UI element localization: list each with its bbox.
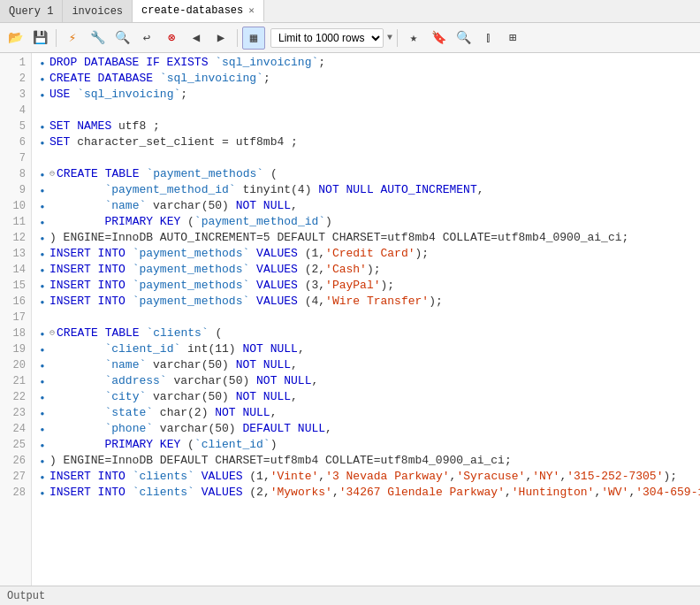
line-number-17: 17 <box>0 310 31 325</box>
line-dot-25: ● <box>35 437 49 454</box>
col-icon: ⫿ <box>485 31 491 45</box>
keyword: SET NAMES <box>49 119 111 133</box>
expand-button[interactable]: ⊞ <box>501 27 524 50</box>
string-literal: 'Cash' <box>325 263 367 276</box>
execute-button[interactable]: ⚡ <box>61 27 84 50</box>
code-line-8: ●⊖ CREATE TABLE `payment_methods` ( <box>35 166 700 182</box>
stop-button[interactable]: 🔍 <box>110 27 133 50</box>
save-button[interactable]: 💾 <box>28 27 51 50</box>
identifier: `name` <box>104 358 146 371</box>
identifier: `payment_methods` <box>146 167 263 180</box>
toggle-result-button[interactable]: ▦ <box>242 27 265 50</box>
bookmark-button[interactable]: ★ <box>402 27 425 50</box>
close-tab-icon[interactable]: ✕ <box>248 4 255 16</box>
keyword: INSERT INTO <box>49 486 126 499</box>
bookmark2-icon: 🔖 <box>431 30 446 45</box>
back-button[interactable]: ◀ <box>185 27 208 50</box>
code-line-18: ●⊖ CREATE TABLE `clients` ( <box>35 325 700 341</box>
keyword: INSERT INTO <box>49 247 126 260</box>
identifier: `sql_invoicing` <box>77 88 180 101</box>
explain-button[interactable]: 🔧 <box>86 27 109 50</box>
line-number-20: 20 <box>0 357 31 373</box>
line-dot-21: ● <box>35 373 49 390</box>
status-bar: Output <box>0 586 700 605</box>
code-line-17 <box>35 310 700 325</box>
line-dot-20: ● <box>35 357 49 374</box>
limit-selector[interactable]: Limit to 1000 rows Don't limit Limit to … <box>270 28 384 48</box>
plain-text: ( <box>180 215 194 228</box>
identifier: `phone` <box>104 422 153 435</box>
keyword: INSERT INTO <box>49 470 126 483</box>
line-number-2: 2 <box>0 71 31 87</box>
search-button[interactable]: 🔍 <box>452 27 475 50</box>
code-text-27: INSERT INTO `clients` VALUES (1,'Vinte',… <box>49 469 677 485</box>
plain-text: tinyint(4) <box>236 183 319 196</box>
plain-text: ) ENGINE=InnoDB DEFAULT CHARSET=utf8mb4 … <box>49 454 512 467</box>
plain-text: (1, <box>298 247 325 260</box>
line-number-4: 4 <box>0 103 31 119</box>
line-number-6: 6 <box>0 134 31 150</box>
identifier: `payment_methods` <box>133 279 250 292</box>
code-text-3: USE `sql_invoicing`; <box>49 87 187 103</box>
string-literal: 'Huntington' <box>512 486 595 499</box>
code-line-11: ● PRIMARY KEY (`payment_method_id`) <box>35 214 700 230</box>
plain-text: ; <box>180 88 187 101</box>
tab-query1[interactable]: Query 1 <box>0 0 63 22</box>
code-line-13: ●INSERT INTO `payment_methods` VALUES (1… <box>35 246 700 262</box>
line-dot-9: ● <box>35 182 49 199</box>
plain-text <box>249 263 256 276</box>
line-dot-14: ● <box>35 262 49 279</box>
history-icon: ↩ <box>143 30 150 45</box>
line-numbers: 1234567891011121314151617181920212223242… <box>0 53 32 586</box>
code-text-26: ) ENGINE=InnoDB DEFAULT CHARSET=utf8mb4 … <box>49 453 512 469</box>
line-number-11: 11 <box>0 214 31 230</box>
history-button[interactable]: ↩ <box>135 27 158 50</box>
code-text-23: `state` char(2) NOT NULL, <box>49 405 277 421</box>
blue-dot: ● <box>41 218 45 226</box>
identifier: `name` <box>104 199 146 212</box>
blue-dot: ● <box>41 139 45 147</box>
error-button[interactable]: ⊗ <box>160 27 183 50</box>
code-content[interactable]: ●DROP DATABASE IF EXISTS `sql_invoicing`… <box>32 53 700 586</box>
code-line-2: ●CREATE DATABASE `sql_invoicing`; <box>35 71 700 87</box>
code-text-9: `payment_method_id` tinyint(4) NOT NULL … <box>49 182 484 198</box>
tab-invoices[interactable]: invoices <box>63 0 133 22</box>
line-number-13: 13 <box>0 246 31 262</box>
col-button[interactable]: ⫿ <box>476 27 499 50</box>
fold-icon-18[interactable]: ⊖ <box>49 325 55 341</box>
code-text-19: `client_id` int(11) NOT NULL, <box>49 341 305 357</box>
identifier: `payment_method_id` <box>194 215 325 228</box>
sep3 <box>397 29 398 47</box>
plain-text <box>153 72 160 85</box>
blue-dot: ● <box>41 187 45 195</box>
code-line-5: ●SET NAMES utf8 ; <box>35 119 700 134</box>
keyword: VALUES <box>256 279 298 292</box>
bookmark2-button[interactable]: 🔖 <box>427 27 450 50</box>
line-number-3: 3 <box>0 87 31 103</box>
keyword: CREATE DATABASE <box>49 72 153 85</box>
blue-dot: ● <box>41 203 45 211</box>
code-line-26: ●) ENGINE=InnoDB DEFAULT CHARSET=utf8mb4… <box>35 453 700 469</box>
line-dot-3: ● <box>35 87 49 103</box>
blue-dot: ● <box>41 171 45 179</box>
line-dot-27: ● <box>35 469 49 486</box>
blue-dot: ● <box>41 298 45 306</box>
line-number-18: 18 <box>0 325 31 341</box>
forward-button[interactable]: ▶ <box>209 27 232 50</box>
line-number-7: 7 <box>0 150 31 166</box>
code-text-25: PRIMARY KEY (`client_id`) <box>49 437 278 453</box>
keyword: NOT NULL <box>236 358 291 371</box>
blue-dot: ● <box>41 378 45 386</box>
line-dot-8: ● <box>35 166 49 183</box>
blue-dot: ● <box>41 362 45 370</box>
blue-dot: ● <box>41 234 45 242</box>
tab-create-databases[interactable]: create-databases ✕ <box>133 0 264 22</box>
code-text-24: `phone` varchar(50) DEFAULT NULL, <box>49 421 332 437</box>
blue-dot: ● <box>41 75 45 83</box>
code-line-14: ●INSERT INTO `payment_methods` VALUES (2… <box>35 262 700 278</box>
fold-icon-8[interactable]: ⊖ <box>49 166 55 182</box>
plain-text <box>126 263 133 276</box>
open-file-button[interactable]: 📂 <box>4 27 27 50</box>
code-line-12: ●) ENGINE=InnoDB AUTO_INCREMENT=5 DEFAUL… <box>35 230 700 246</box>
code-line-22: ● `city` varchar(50) NOT NULL, <box>35 389 700 405</box>
